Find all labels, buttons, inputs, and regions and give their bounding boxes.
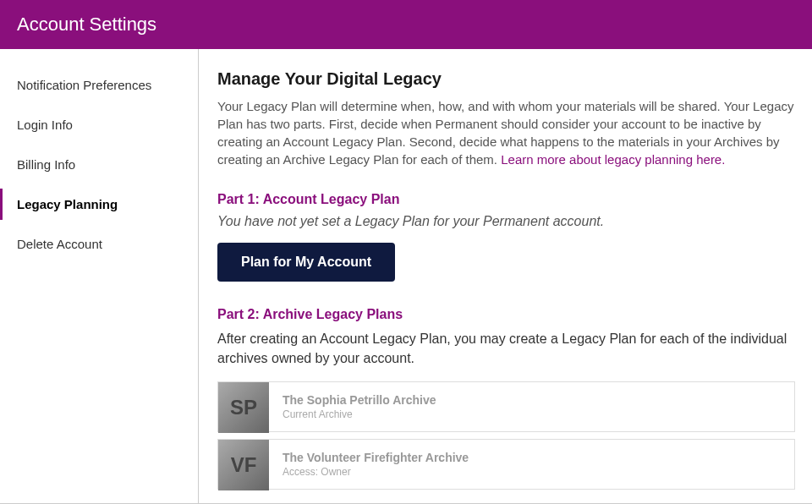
archive-info: The Volunteer Firefighter Archive Access…	[269, 440, 482, 489]
page-header-title: Account Settings	[17, 14, 156, 36]
archive-thumbnail: SP	[218, 382, 269, 433]
sidebar-item-delete-account[interactable]: Delete Account	[0, 228, 198, 260]
sidebar-item-label: Login Info	[17, 118, 73, 132]
archive-info: The Sophia Petrillo Archive Current Arch…	[269, 382, 450, 431]
sidebar-item-billing-info[interactable]: Billing Info	[0, 149, 198, 180]
page-description: Your Legacy Plan will determine when, ho…	[217, 97, 795, 168]
archive-title: The Volunteer Firefighter Archive	[283, 451, 469, 464]
sidebar-item-label: Legacy Planning	[17, 197, 118, 211]
sidebar-item-notification-preferences[interactable]: Notification Preferences	[0, 69, 198, 101]
sidebar-item-label: Notification Preferences	[17, 78, 151, 92]
part1-subtext: You have not yet set a Legacy Plan for y…	[217, 214, 795, 229]
sidebar-item-legacy-planning[interactable]: Legacy Planning	[0, 189, 198, 220]
sidebar-item-login-info[interactable]: Login Info	[0, 109, 198, 140]
page-title: Manage Your Digital Legacy	[217, 69, 795, 89]
content-container: Notification Preferences Login Info Bill…	[0, 49, 812, 504]
header: Account Settings	[0, 0, 812, 49]
sidebar-item-label: Delete Account	[17, 237, 102, 251]
archive-initials: SP	[230, 396, 257, 419]
sidebar-item-label: Billing Info	[17, 157, 75, 172]
archive-initials: VF	[231, 453, 257, 477]
part1-heading: Part 1: Account Legacy Plan	[217, 192, 795, 207]
archive-subtitle: Current Archive	[283, 408, 436, 420]
part2-subtext: After creating an Account Legacy Plan, y…	[217, 329, 795, 368]
archive-title: The Sophia Petrillo Archive	[283, 393, 436, 407]
sidebar: Notification Preferences Login Info Bill…	[0, 49, 199, 504]
part2-heading: Part 2: Archive Legacy Plans	[217, 307, 795, 322]
archive-thumbnail: VF	[218, 440, 269, 490]
archive-item[interactable]: VF The Volunteer Firefighter Archive Acc…	[217, 439, 795, 490]
learn-more-link[interactable]: Learn more about legacy planning here.	[501, 152, 725, 167]
archive-list: SP The Sophia Petrillo Archive Current A…	[217, 381, 795, 490]
archive-subtitle: Access: Owner	[283, 466, 469, 478]
plan-for-my-account-button[interactable]: Plan for My Account	[217, 243, 395, 282]
archive-item[interactable]: SP The Sophia Petrillo Archive Current A…	[217, 381, 795, 432]
main-content: Manage Your Digital Legacy Your Legacy P…	[199, 49, 812, 504]
